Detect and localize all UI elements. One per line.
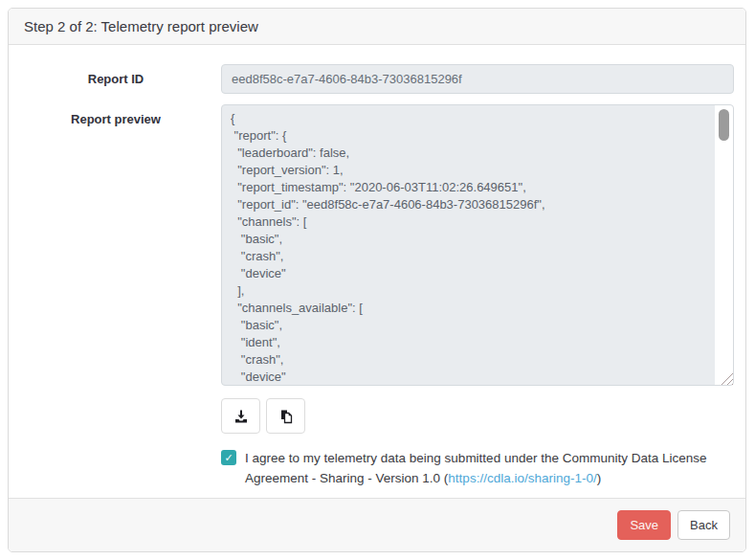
textarea-scrollbar[interactable] — [715, 105, 733, 385]
back-button[interactable]: Back — [677, 510, 730, 540]
dialog-title: Step 2 of 2: Telemetry report preview — [24, 18, 258, 34]
report-id-label: Report ID — [22, 64, 210, 94]
report-preview-textarea[interactable]: { "report": { "leaderboard": false, "rep… — [221, 104, 734, 386]
report-id-input[interactable] — [221, 64, 734, 94]
preview-actions-row — [22, 396, 734, 434]
report-preview-label: Report preview — [22, 104, 210, 386]
scrollbar-thumb[interactable] — [719, 109, 729, 141]
cdla-license-link[interactable]: https://cdla.io/sharing-1-0/ — [448, 471, 596, 485]
download-icon — [233, 409, 249, 424]
report-preview-wrap: { "report": { "leaderboard": false, "rep… — [221, 104, 734, 386]
save-button[interactable]: Save — [617, 510, 671, 540]
copy-report-button[interactable] — [266, 398, 305, 434]
report-id-row: Report ID — [22, 64, 734, 94]
label-spacer — [22, 448, 210, 488]
page: Step 2 of 2: Telemetry report preview Re… — [0, 0, 755, 560]
copy-icon — [278, 409, 294, 424]
download-report-button[interactable] — [221, 398, 260, 434]
dialog-header: Step 2 of 2: Telemetry report preview — [9, 9, 745, 45]
dialog-body: Report ID Report preview { "report": { "… — [9, 45, 745, 498]
check-icon: ✓ — [224, 452, 233, 464]
agreement-text-after: ) — [597, 471, 602, 485]
agreement-row: ✓ I agree to my telemetry data being sub… — [22, 448, 734, 488]
telemetry-dialog: Step 2 of 2: Telemetry report preview Re… — [8, 8, 746, 552]
agreement-text: I agree to my telemetry data being submi… — [245, 448, 728, 488]
agreement-checkbox[interactable]: ✓ — [221, 450, 236, 465]
label-spacer — [22, 396, 210, 434]
report-preview-row: Report preview { "report": { "leaderboar… — [22, 104, 734, 386]
dialog-footer: Save Back — [9, 498, 745, 551]
